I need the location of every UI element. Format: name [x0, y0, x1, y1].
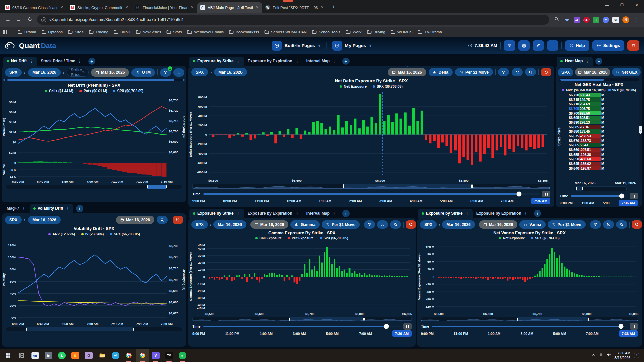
bookmark-folder[interactable]: NewSeries [133, 29, 164, 35]
heatmap-row[interactable]: $6,655-126.38M [561, 152, 636, 157]
time-slider-track[interactable] [432, 326, 627, 327]
extension-icon-3[interactable]: ✦ [603, 17, 609, 23]
delete-page-button[interactable] [627, 40, 639, 51]
net-drift-chart[interactable]: $8 M$6 M$4 M$2 M$0-$2 M$6,730$6,720$6,71… [2, 93, 185, 160]
taskbar-task-view[interactable] [15, 349, 28, 362]
taskbar-spotify[interactable] [176, 349, 189, 362]
legend-item[interactable]: ARV (12.65%) [48, 232, 75, 236]
bookmark-folder[interactable]: TV/Drama [415, 29, 444, 35]
navigator-handle-right[interactable] [133, 328, 134, 331]
taskbar-telegram[interactable] [109, 349, 122, 362]
bookmark-folder[interactable]: Stats [164, 29, 184, 35]
taskbar-chrome-active[interactable] [136, 349, 149, 362]
time-slider-track[interactable] [203, 193, 539, 195]
legend-item[interactable]: IV (23.84%) [81, 232, 104, 236]
heatmap-row[interactable]: $6,700925.56M [561, 111, 636, 116]
timezone-button[interactable] [518, 40, 530, 51]
gamma-exposure-chart[interactable]: 45 M40 M30 M20 M10 M0-10 M-20 M-30 M-40 … [188, 240, 413, 316]
horizontal-scrollbar[interactable] [559, 78, 639, 81]
legend-item[interactable]: Call Exposure [255, 236, 282, 240]
taskbar-tradingview[interactable]: TV [162, 349, 176, 362]
panel-tab-mag-7[interactable]: Mag+7⋮ [3, 204, 30, 213]
volatility-drift-chart[interactable]: 120%100%80%60%40%20%0%$6,730$6,720$6,710… [2, 236, 185, 326]
session-date-pill[interactable]: Mar 16, 2026 [116, 216, 154, 224]
bookmark-folder[interactable]: Work [343, 29, 364, 35]
tray-clock[interactable]: 7:36 AM3/16/2026 [614, 351, 630, 360]
filter-button[interactable]: 1 [160, 68, 171, 77]
expiry-pill[interactable]: Mar 16, 2026 [213, 220, 246, 229]
navigator-handle-left[interactable] [26, 328, 27, 331]
navigator-handle-left[interactable] [576, 187, 577, 190]
taskbar-v-app[interactable]: V [149, 349, 162, 362]
net-delta-chart[interactable]: 800 M600 M400 M200 M0-200 M-400 M-600 M-… [188, 89, 552, 183]
metric-pill[interactable]: Net GEX [612, 68, 641, 76]
site-settings-icon[interactable]: ⊙ [41, 17, 46, 22]
bookmark-folder[interactable]: WHMCS [388, 29, 415, 35]
add-tab-button[interactable]: + [342, 58, 350, 65]
tab-menu-icon[interactable]: ⋮ [236, 59, 240, 63]
back-button[interactable]: ← [5, 17, 11, 23]
tab-menu-icon[interactable]: ⋮ [524, 211, 528, 216]
symbol-pill[interactable]: SPX [191, 220, 208, 229]
reset-button[interactable] [406, 220, 416, 229]
time-slider-handle[interactable] [619, 194, 624, 199]
strike-price-input[interactable]: Strike Price⇅ [67, 68, 89, 77]
taskbar-chrome-profile[interactable] [122, 349, 136, 362]
time-slider-track[interactable] [203, 326, 400, 327]
mode-pill[interactable]: Per $1 Move [455, 68, 493, 76]
heatmap-scrollbar-handle[interactable] [639, 126, 642, 134]
add-tab-button[interactable]: + [342, 210, 350, 217]
navigator-handle-right[interactable] [471, 184, 473, 188]
bookmark-folder[interactable]: School Tools [309, 29, 343, 35]
legend-item[interactable]: SPX ($6,703.05) [320, 236, 348, 240]
heatmap-row[interactable]: $6,675-258.53M [561, 134, 636, 138]
adblock-extension-icon[interactable]: ABP [583, 17, 590, 23]
add-tab-button[interactable]: + [88, 58, 95, 65]
metric-pill[interactable]: Delta [429, 68, 453, 76]
range-navigator[interactable] [575, 186, 627, 191]
time-slider-handle[interactable] [516, 192, 521, 197]
tab-close-icon[interactable]: ✕ [125, 5, 129, 10]
range-navigator[interactable] [192, 184, 550, 189]
window-close-button[interactable]: ✕ [629, 0, 644, 10]
add-tab-button[interactable]: + [595, 58, 602, 65]
navigator-handle-left[interactable] [147, 185, 148, 188]
tab-menu-icon[interactable]: ⋮ [465, 211, 469, 216]
panel-tab-exposure-by-strike[interactable]: Exposure by Strike⋮ [189, 209, 244, 218]
plusminus-button[interactable] [377, 220, 388, 229]
add-tab-button[interactable]: + [76, 205, 83, 212]
bookmark-folder[interactable]: Optoons [39, 29, 65, 35]
navigator-handle-left[interactable] [289, 318, 290, 321]
plusminus-button[interactable] [512, 68, 523, 76]
horizontal-scrollbar[interactable]: ◀▶ [5, 79, 183, 81]
pause-button[interactable] [403, 323, 412, 330]
tab-menu-icon[interactable]: ⋮ [332, 59, 336, 63]
panel-tab-exposure-by-expiration[interactable]: Exposure by Expiration⋮ [244, 57, 303, 66]
nav-my-pages[interactable]: My Pages▼ [332, 41, 372, 51]
bookmark-folder[interactable]: Sites [65, 29, 86, 35]
panel-tab-interval-map[interactable]: Interval Map⋮ [303, 57, 340, 66]
session-date-pill[interactable]: Mar 16, 2026 [250, 220, 288, 229]
zoom-button[interactable] [525, 68, 536, 76]
panel-tab-exposure-by-strike[interactable]: Exposure by Strike⋮ [418, 209, 473, 218]
tray-chevron-icon[interactable] [592, 352, 596, 358]
range-navigator[interactable] [6, 327, 182, 331]
tab-close-icon[interactable]: ✕ [190, 5, 194, 10]
heatmap-scrollbar[interactable] [639, 92, 642, 180]
otm-pill[interactable]: OTM [131, 68, 155, 77]
tab-close-icon[interactable]: ✕ [320, 5, 324, 10]
zoom-page-icon[interactable] [553, 17, 560, 23]
legend-item[interactable]: Net Exposure [340, 84, 367, 88]
taskbar-password-manager[interactable] [42, 349, 55, 362]
tab-menu-icon[interactable]: ⋮ [295, 211, 299, 216]
bookmark-star-icon[interactable]: ★ [564, 17, 570, 23]
panel-tab-exposure-by-expiration[interactable]: Exposure by Expiration⋮ [244, 209, 303, 218]
settings-button[interactable]: Settings [592, 40, 624, 51]
bookmark-folder[interactable]: Trading [86, 29, 111, 35]
bookmark-folder[interactable]: Bilibili [111, 29, 133, 35]
tab-close-icon[interactable]: ✕ [255, 5, 259, 10]
microphone-icon[interactable] [599, 352, 603, 358]
panel-tab-interval-map[interactable]: Interval Map⋮ [303, 209, 340, 218]
tab-menu-icon[interactable]: ⋮ [585, 59, 589, 63]
browser-tab-5[interactable]: WEdit Post "SPX 0DTE – 03/16/26✕ [262, 2, 327, 13]
